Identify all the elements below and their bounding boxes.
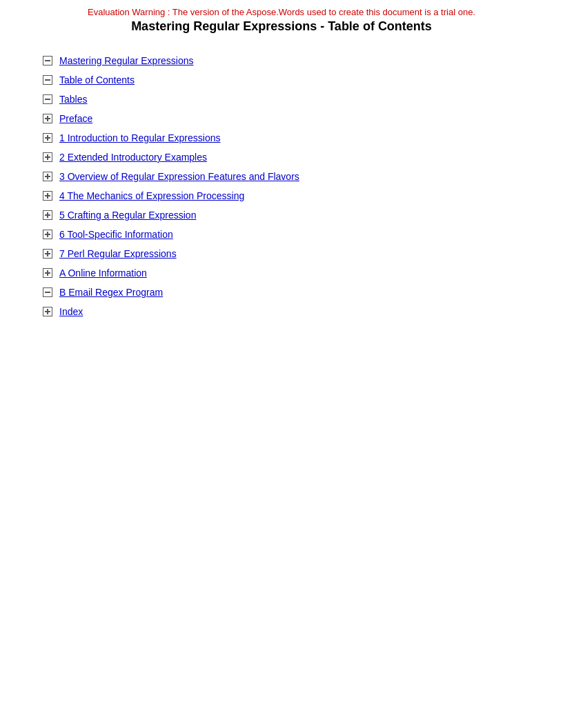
toc-item-tables: Tables — [41, 93, 535, 105]
expand-icon[interactable] — [41, 112, 54, 125]
toc-link-ch2[interactable]: 2 Extended Introductory Examples — [59, 152, 207, 163]
expand-icon[interactable] — [41, 209, 54, 221]
toc-item-ch2: 2 Extended Introductory Examples — [41, 151, 535, 163]
toc-link-appendix-b[interactable]: B Email Regex Program — [59, 287, 163, 298]
toc-link-index[interactable]: Index — [59, 306, 83, 317]
toc-item-ch7: 7 Perl Regular Expressions — [41, 247, 535, 260]
expand-icon[interactable] — [41, 170, 54, 183]
expand-icon[interactable] — [41, 190, 54, 202]
toc-item-preface: Preface — [41, 112, 535, 125]
toc-link-preface[interactable]: Preface — [59, 113, 92, 124]
collapse-icon[interactable] — [41, 286, 54, 299]
toc-link-tables[interactable]: Tables — [59, 94, 87, 105]
toc-link-ch3[interactable]: 3 Overview of Regular Expression Feature… — [59, 171, 299, 182]
expand-icon[interactable] — [41, 132, 54, 144]
expand-icon[interactable] — [41, 267, 54, 279]
toc-link-ch7[interactable]: 7 Perl Regular Expressions — [59, 248, 177, 259]
toc-link-ch4[interactable]: 4 The Mechanics of Expression Processing — [59, 190, 244, 201]
collapse-icon[interactable] — [41, 74, 54, 86]
expand-icon[interactable] — [41, 151, 54, 163]
toc-item-ch4: 4 The Mechanics of Expression Processing — [41, 190, 535, 202]
toc-container: Mastering Regular ExpressionsTable of Co… — [0, 48, 563, 338]
toc-item-appendix-a: A Online Information — [41, 267, 535, 279]
toc-item-appendix-b: B Email Regex Program — [41, 286, 535, 299]
toc-link-ch5[interactable]: 5 Crafting a Regular Expression — [59, 210, 196, 221]
toc-link-ch6[interactable]: 6 Tool-Specific Information — [59, 229, 173, 240]
toc-item-table-of-contents: Table of Contents — [41, 74, 535, 86]
toc-link-appendix-a[interactable]: A Online Information — [59, 267, 147, 279]
toc-link-table-of-contents[interactable]: Table of Contents — [59, 74, 135, 85]
toc-link-ch1[interactable]: 1 Introduction to Regular Expressions — [59, 132, 220, 143]
toc-item-ch1: 1 Introduction to Regular Expressions — [41, 132, 535, 144]
toc-item-mastering-regular-expressions: Mastering Regular Expressions — [41, 54, 535, 67]
collapse-icon[interactable] — [41, 54, 54, 67]
toc-item-ch6: 6 Tool-Specific Information — [41, 228, 535, 241]
expand-icon[interactable] — [41, 247, 54, 260]
expand-icon[interactable] — [41, 305, 54, 318]
collapse-icon[interactable] — [41, 93, 54, 105]
evaluation-warning: Evaluation Warning : The version of the … — [0, 7, 563, 17]
toc-item-index: Index — [41, 305, 535, 318]
expand-icon[interactable] — [41, 228, 54, 241]
toc-item-ch3: 3 Overview of Regular Expression Feature… — [41, 170, 535, 183]
toc-link-mastering-regular-expressions[interactable]: Mastering Regular Expressions — [59, 55, 194, 66]
toc-item-ch5: 5 Crafting a Regular Expression — [41, 209, 535, 221]
